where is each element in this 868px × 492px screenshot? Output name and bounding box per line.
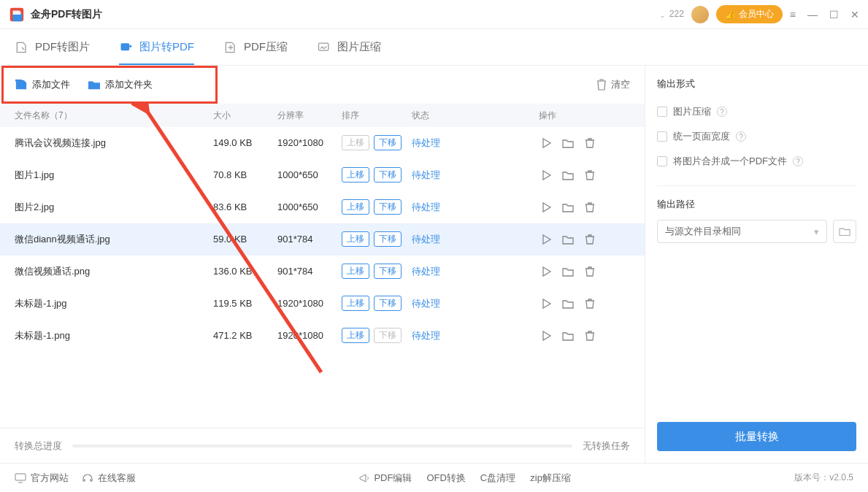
member-center-button[interactable]: 👍 会员中心 <box>716 5 783 23</box>
pdf-compress-icon <box>223 40 238 55</box>
cell-status: 待处理 <box>412 265 539 278</box>
zip-extract-link[interactable]: zip解压缩 <box>530 472 571 485</box>
cell-status: 待处理 <box>412 297 539 310</box>
table-row[interactable]: 图片1.jpg70.8 KB1000*650上移下移待处理 <box>0 159 645 191</box>
play-icon[interactable] <box>540 266 552 277</box>
help-icon[interactable]: ? <box>717 107 727 117</box>
cell-filename: 腾讯会议视频连接.jpg <box>15 137 213 150</box>
table-row[interactable]: 微信视频通话.png136.0 KB901*784上移下移待处理 <box>0 255 645 288</box>
cell-status: 待处理 <box>412 201 539 214</box>
move-up-button[interactable]: 上移 <box>342 231 369 247</box>
table-row[interactable]: 未标题-1.jpg119.5 KB1920*1080上移下移待处理 <box>0 288 645 320</box>
open-folder-icon[interactable] <box>562 137 574 149</box>
image-to-pdf-icon <box>119 40 134 55</box>
open-folder-icon[interactable] <box>562 298 574 310</box>
checkbox[interactable] <box>657 156 667 166</box>
batch-convert-button[interactable]: 批量转换 <box>657 422 856 451</box>
play-icon[interactable] <box>540 201 552 213</box>
open-folder-icon[interactable] <box>562 169 574 181</box>
opt-image-compress[interactable]: 图片压缩 ? <box>657 105 856 118</box>
open-folder-icon[interactable] <box>562 201 574 213</box>
table-body: 腾讯会议视频连接.jpg149.0 KB1920*1080上移下移待处理图片1.… <box>0 127 645 428</box>
move-down-button[interactable]: 下移 <box>374 199 402 215</box>
col-header-ops: 操作 <box>539 109 630 122</box>
table-row[interactable]: 腾讯会议视频连接.jpg149.0 KB1920*1080上移下移待处理 <box>0 127 645 159</box>
browse-folder-button[interactable] <box>833 220 856 243</box>
checkbox[interactable] <box>657 107 667 117</box>
table-row[interactable]: 微信diann视频通话.jpg59.0 KB901*784上移下移待处理 <box>0 223 645 255</box>
play-icon[interactable] <box>540 234 552 245</box>
add-folder-button[interactable]: 添加文件夹 <box>88 78 153 91</box>
delete-icon[interactable] <box>584 330 596 342</box>
app-logo-icon <box>9 7 25 23</box>
play-icon[interactable] <box>540 137 552 149</box>
minimize-icon[interactable]: — <box>807 9 818 20</box>
add-file-button[interactable]: 添加文件 <box>15 78 70 91</box>
side-panel: 输出形式 图片压缩 ? 统一页面宽度 ? 将图片合并成一个PDF文件 ? 输出路… <box>645 66 868 463</box>
move-up-button[interactable]: 上移 <box>342 167 369 182</box>
title-bar: 金舟PDF转图片 。222 👍 会员中心 ≡ — ☐ ✕ <box>0 0 868 29</box>
delete-icon[interactable] <box>584 266 596 277</box>
official-site-link[interactable]: 官方网站 <box>15 472 69 485</box>
close-icon[interactable]: ✕ <box>850 9 859 20</box>
user-id-label: 。222 <box>661 8 684 20</box>
delete-icon[interactable] <box>584 234 596 245</box>
open-folder-icon[interactable] <box>562 234 574 245</box>
col-header-sort: 排序 <box>342 109 412 122</box>
delete-icon[interactable] <box>584 298 596 310</box>
play-icon[interactable] <box>540 169 552 181</box>
headset-icon <box>82 472 93 484</box>
tab-pdf-compress[interactable]: PDF压缩 <box>223 29 288 65</box>
cell-filename: 未标题-1.jpg <box>15 297 213 310</box>
tab-pdf-to-image[interactable]: PDF转图片 <box>15 29 90 65</box>
avatar[interactable] <box>691 6 709 23</box>
move-up-button[interactable]: 上移 <box>342 328 369 343</box>
folder-icon <box>88 79 101 91</box>
help-icon[interactable]: ? <box>793 156 803 166</box>
cell-size: 70.8 KB <box>213 169 277 180</box>
svg-rect-3 <box>319 43 329 50</box>
opt-uniform-width[interactable]: 统一页面宽度 ? <box>657 130 856 143</box>
cell-resolution: 1000*650 <box>277 201 342 212</box>
move-down-button[interactable]: 下移 <box>374 264 402 279</box>
checkbox[interactable] <box>657 131 667 142</box>
open-folder-icon[interactable] <box>562 266 574 277</box>
progress-label: 转换总进度 <box>15 439 62 453</box>
play-icon[interactable] <box>540 330 552 342</box>
svg-rect-2 <box>121 43 130 50</box>
menu-icon[interactable]: ≡ <box>790 9 796 20</box>
maximize-icon[interactable]: ☐ <box>829 9 839 20</box>
move-up-button[interactable]: 上移 <box>342 264 369 279</box>
pdf-edit-link[interactable]: PDF编辑 <box>359 472 412 485</box>
output-path-select[interactable]: 与源文件目录相同 ▾ <box>657 220 827 243</box>
chevron-down-icon: ▾ <box>814 226 819 237</box>
table-row[interactable]: 图片2.jpg83.6 KB1000*650上移下移待处理 <box>0 191 645 223</box>
ofd-convert-link[interactable]: OFD转换 <box>426 472 465 485</box>
clear-button[interactable]: 清空 <box>596 78 630 91</box>
move-down-button[interactable]: 下移 <box>374 135 402 150</box>
delete-icon[interactable] <box>584 201 596 213</box>
tab-image-compress[interactable]: 图片压缩 <box>317 29 381 65</box>
svg-rect-4 <box>15 80 22 82</box>
delete-icon[interactable] <box>584 169 596 181</box>
delete-icon[interactable] <box>584 137 596 149</box>
move-down-button: 下移 <box>374 328 402 343</box>
move-down-button[interactable]: 下移 <box>374 296 402 311</box>
cell-resolution: 1000*650 <box>277 169 342 180</box>
cell-size: 149.0 KB <box>213 137 277 148</box>
open-folder-icon[interactable] <box>562 330 574 342</box>
cell-status: 待处理 <box>412 169 539 182</box>
c-clean-link[interactable]: C盘清理 <box>480 472 515 485</box>
table-row[interactable]: 未标题-1.png471.2 KB1920*1080上移下移待处理 <box>0 320 645 352</box>
move-up-button[interactable]: 上移 <box>342 199 369 215</box>
move-up-button[interactable]: 上移 <box>342 296 369 311</box>
file-icon <box>15 79 28 91</box>
move-down-button[interactable]: 下移 <box>374 167 402 182</box>
move-down-button[interactable]: 下移 <box>374 231 402 247</box>
monitor-icon <box>15 473 26 483</box>
online-service-link[interactable]: 在线客服 <box>82 472 136 485</box>
tab-image-to-pdf[interactable]: 图片转PDF <box>119 29 194 65</box>
opt-merge-one-pdf[interactable]: 将图片合并成一个PDF文件 ? <box>657 155 856 168</box>
help-icon[interactable]: ? <box>736 131 746 142</box>
play-icon[interactable] <box>540 298 552 310</box>
